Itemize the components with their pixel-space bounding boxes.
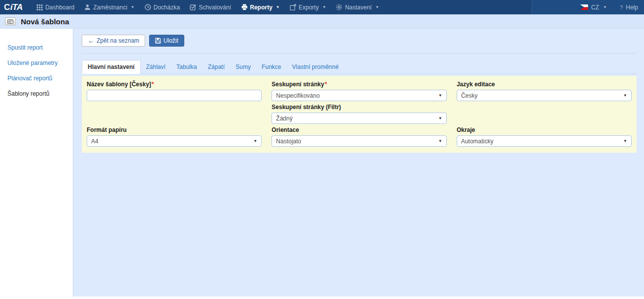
tab-funkce[interactable]: Funkce [256, 60, 286, 73]
field-page-grouping: Seskupení stránky* Nespecifikováno ▼ [271, 79, 446, 101]
nav-item-nastaveni[interactable]: Nastavení ▼ [331, 0, 384, 14]
save-button-label: Uložit [163, 37, 178, 44]
selected-value: A4 [91, 138, 99, 145]
nav-item-exporty[interactable]: Exporty ▼ [285, 0, 331, 14]
export-icon [290, 4, 296, 10]
template-name-label: Název šablony [Česky]* [87, 81, 262, 88]
save-floppy-icon [155, 38, 161, 44]
tab-vlastni-promenne[interactable]: Vlastní proměnné [287, 60, 344, 73]
caret-down-icon: ▼ [375, 5, 379, 9]
nav-label: Dashboard [45, 4, 74, 11]
person-icon [84, 4, 91, 10]
field-page-grouping-filter: Seskupení stránky (Filtr) Žádný ▼ [271, 102, 446, 124]
nav-item-dochazka[interactable]: Docházka [140, 0, 185, 14]
field-margins: Okraje Automaticky ▼ [457, 125, 632, 147]
gear-icon [336, 4, 342, 10]
clock-icon [145, 4, 151, 10]
dashboard-grid-icon [36, 4, 43, 10]
nav-label: Reporty [250, 4, 272, 11]
selected-value: Automaticky [461, 138, 493, 145]
caret-down-icon[interactable]: ▼ [603, 5, 607, 9]
orientation-label: Orientace [271, 126, 446, 133]
selected-value: Nastojato [276, 138, 301, 145]
navbar-left: CiTA Dashboard Zaměstnanci ▼ Docházka S [0, 0, 532, 14]
sidebar: Spustit report Uložené parametry Plánova… [0, 29, 73, 297]
page-title-bar: Nová šablona [0, 14, 644, 29]
field-edit-language: Jazyk editace Česky ▼ [457, 79, 632, 101]
page-grouping-filter-label: Seskupení stránky (Filtr) [271, 104, 446, 111]
nav-item-zamestnanci[interactable]: Zaměstnanci ▼ [79, 0, 140, 14]
tab-sumy[interactable]: Sumy [230, 60, 256, 73]
field-orientation: Orientace Nastojato ▼ [271, 125, 446, 147]
required-asterisk: * [324, 81, 327, 88]
back-arrow-icon: ← [88, 37, 94, 45]
tab-zahlavi[interactable]: Záhlaví [141, 60, 171, 73]
page-title: Nová šablona [21, 17, 69, 26]
main-area: Spustit report Uložené parametry Plánova… [0, 29, 644, 297]
field-paper-format: Formát papíru A4 ▼ [87, 125, 262, 147]
nav-label: Schvalování [199, 4, 231, 11]
caret-down-icon: ▼ [438, 139, 442, 143]
page-grouping-filter-select[interactable]: Žádný ▼ [271, 113, 446, 124]
caret-down-icon: ▼ [322, 5, 326, 9]
nav-label: Exporty [299, 4, 319, 11]
toolbar-separator [82, 53, 637, 54]
template-name-input[interactable] [87, 90, 262, 101]
help-link[interactable]: Help [626, 4, 638, 11]
caret-down-icon: ▼ [623, 93, 627, 98]
nav-label: Nastavení [345, 4, 372, 11]
paper-format-select[interactable]: A4 ▼ [87, 135, 262, 147]
nav-item-schvalovani[interactable]: Schvalování [185, 0, 236, 14]
nav-label: Docházka [154, 4, 180, 11]
sidebar-item-sablony-reportu[interactable]: Šablony reportů [0, 87, 73, 100]
orientation-select[interactable]: Nastojato ▼ [271, 135, 446, 147]
page-grouping-select[interactable]: Nespecifikováno ▼ [271, 90, 446, 101]
caret-down-icon: ▼ [438, 116, 442, 120]
nav-item-dashboard[interactable]: Dashboard [31, 0, 79, 14]
app-logo[interactable]: CiTA [4, 2, 22, 12]
paper-format-label: Formát papíru [87, 126, 262, 133]
caret-down-icon: ▼ [276, 5, 280, 9]
sidebar-item-spustit-report[interactable]: Spustit report [0, 41, 73, 54]
required-asterisk: * [152, 81, 154, 88]
selected-value: Česky [461, 92, 478, 99]
check-square-icon [190, 4, 196, 10]
language-selector[interactable]: CZ [591, 4, 599, 11]
margins-label: Okraje [457, 126, 632, 133]
margins-select[interactable]: Automaticky ▼ [457, 135, 632, 147]
sidebar-item-ulozene-parametry[interactable]: Uložené parametry [0, 57, 73, 69]
toolbar: ← Zpět na seznam Uložit [82, 35, 637, 47]
back-to-list-button[interactable]: ← Zpět na seznam [82, 35, 145, 47]
tab-hlavni-nastaveni[interactable]: Hlavní nastavení [82, 60, 141, 74]
caret-down-icon: ▼ [131, 5, 135, 9]
content-area: ← Zpět na seznam Uložit Hlavní nastavení… [73, 29, 644, 297]
nav-item-reporty[interactable]: Reporty ▼ [236, 0, 285, 14]
edit-language-label: Jazyk editace [457, 81, 632, 88]
sidebar-item-planovac-reportu[interactable]: Plánovač reportů [0, 72, 73, 85]
tab-zapati[interactable]: Zápatí [202, 60, 230, 73]
main-settings-form: Název šablony [Česky]* Seskupení stránky… [82, 76, 637, 153]
selected-value: Nespecifikováno [276, 92, 320, 99]
czech-flag-icon [580, 4, 588, 10]
page-grouping-label: Seskupení stránky* [271, 81, 446, 88]
template-card-icon [5, 17, 16, 25]
nav-label: Zaměstnanci [93, 4, 127, 11]
tab-bar: Hlavní nastavení Záhlaví Tabulka Zápatí … [82, 60, 637, 74]
top-navbar: CiTA Dashboard Zaměstnanci ▼ Docházka S [0, 0, 644, 14]
caret-down-icon: ▼ [438, 93, 442, 98]
navbar-right: CZ ▼ ? Help [532, 0, 644, 14]
edit-language-select[interactable]: Česky ▼ [457, 90, 632, 101]
caret-down-icon: ▼ [623, 139, 627, 143]
caret-down-icon: ▼ [253, 139, 257, 143]
tab-tabulka[interactable]: Tabulka [171, 60, 202, 73]
printer-icon [241, 4, 248, 10]
field-template-name: Název šablony [Česky]* [87, 79, 262, 101]
selected-value: Žádný [276, 115, 292, 122]
help-icon[interactable]: ? [620, 4, 623, 10]
back-button-label: Zpět na seznam [97, 37, 139, 44]
save-button[interactable]: Uložit [149, 35, 184, 47]
